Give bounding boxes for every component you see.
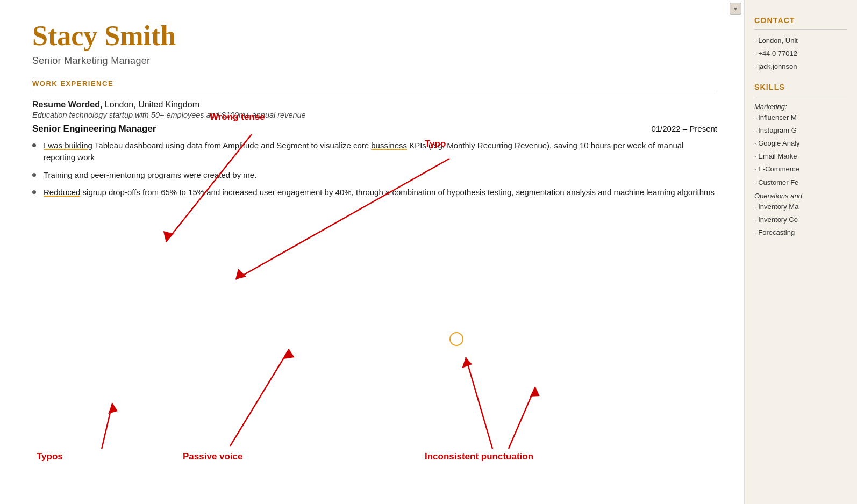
company-name: Resume Worded, bbox=[32, 100, 102, 109]
work-experience-header: WORK EXPERIENCE bbox=[32, 80, 717, 88]
skill-inventory-control: · Inventory Co bbox=[754, 215, 847, 225]
skill-influencer: · Influencer M bbox=[754, 113, 847, 123]
arrows-svg bbox=[0, 0, 744, 504]
typo-redduced: Redduced bbox=[44, 188, 80, 197]
scrollbar-dropdown[interactable]: ▼ bbox=[730, 3, 741, 15]
company-rest: London, United Kingdom bbox=[102, 100, 199, 109]
skill-forecasting: · Forecasting bbox=[754, 228, 847, 237]
contact-email: · jack.johnson bbox=[754, 62, 847, 71]
bullet-text-3: Redduced signup drop-offs from 65% to 15… bbox=[44, 186, 715, 199]
skills-operations-category: Operations and bbox=[754, 192, 847, 200]
resume-main: ▼ Stacy Smith Senior Marketing Manager W… bbox=[0, 0, 744, 504]
bullet-item-3: Redduced signup drop-offs from 65% to 15… bbox=[32, 186, 717, 199]
job-title-row: Senior Engineering Manager 01/2022 – Pre… bbox=[32, 124, 717, 134]
bullet-item-2: Training and peer-mentoring programs wer… bbox=[32, 169, 717, 182]
annotations-layer: Wrong tense Typo Typos Passive voice Inc… bbox=[0, 0, 744, 504]
skill-instagram: · Instagram G bbox=[754, 126, 847, 135]
work-experience-section: WORK EXPERIENCE Resume Worded, London, U… bbox=[32, 80, 717, 199]
bullet-item-1: I was building Tableau dashboard using d… bbox=[32, 140, 717, 164]
skill-ecommerce: · E-Commerce bbox=[754, 164, 847, 174]
bullet-dot-1 bbox=[32, 143, 36, 147]
contact-email-text: · jack.johnson bbox=[754, 62, 797, 71]
typo-bussiness: bussiness bbox=[371, 141, 407, 150]
work-experience-divider bbox=[32, 91, 717, 91]
company-description: Education technology startup with 50+ em… bbox=[32, 111, 717, 119]
contact-header: CONTACT bbox=[754, 16, 847, 25]
dropdown-icon: ▼ bbox=[733, 6, 738, 12]
resume-sidebar: CONTACT · London, Unit · +44 0 77012 · j… bbox=[744, 0, 857, 504]
bullet-1-mid: Tableau dashboard using data from Amplit… bbox=[95, 141, 371, 150]
annotation-inconsistent-punctuation: Inconsistent punctuation bbox=[425, 451, 533, 462]
skill-email-marketing: · Email Marke bbox=[754, 152, 847, 161]
svg-line-6 bbox=[102, 403, 112, 449]
skills-marketing-category: Marketing: bbox=[754, 103, 847, 111]
passive-voice-text: Training and peer-mentoring programs wer… bbox=[44, 170, 254, 179]
skill-google-analytics: · Google Analy bbox=[754, 139, 847, 148]
contact-location-text: · London, Unit bbox=[754, 36, 798, 46]
wrong-tense-text: I was building bbox=[44, 141, 92, 150]
candidate-name: Stacy Smith bbox=[32, 21, 717, 51]
contact-phone: · +44 0 77012 bbox=[754, 49, 847, 59]
contact-divider bbox=[754, 29, 847, 30]
contact-location: · London, Unit bbox=[754, 36, 847, 46]
svg-line-4 bbox=[230, 349, 289, 446]
bullet-dot-3 bbox=[32, 190, 36, 194]
svg-marker-3 bbox=[235, 269, 246, 279]
svg-marker-9 bbox=[462, 357, 472, 368]
circle-period-placeholder: . bbox=[254, 170, 256, 179]
skill-inventory-mgmt: · Inventory Ma bbox=[754, 202, 847, 212]
svg-line-8 bbox=[466, 357, 492, 449]
svg-marker-7 bbox=[108, 403, 118, 414]
annotation-typos-bottom: Typos bbox=[37, 451, 63, 462]
skills-header: SKILLS bbox=[754, 83, 847, 91]
bullet-dot-2 bbox=[32, 173, 36, 177]
company-line: Resume Worded, London, United Kingdom bbox=[32, 100, 717, 110]
svg-marker-5 bbox=[284, 349, 295, 359]
skills-divider bbox=[754, 96, 847, 96]
orange-circle-period bbox=[449, 332, 463, 346]
contact-phone-text: · +44 0 77012 bbox=[754, 49, 797, 59]
bullet-list: I was building Tableau dashboard using d… bbox=[32, 140, 717, 199]
annotation-passive-voice: Passive voice bbox=[183, 451, 243, 462]
bullet-3-rest: signup drop-offs from 65% to 15% and inc… bbox=[83, 188, 715, 197]
candidate-title: Senior Marketing Manager bbox=[32, 55, 717, 67]
svg-line-10 bbox=[509, 387, 535, 449]
skill-customer-feedback: · Customer Fe bbox=[754, 178, 847, 188]
job-title: Senior Engineering Manager bbox=[32, 124, 156, 134]
svg-marker-11 bbox=[530, 387, 540, 397]
job-dates: 01/2022 – Present bbox=[651, 124, 717, 133]
bullet-text-2: Training and peer-mentoring programs wer… bbox=[44, 169, 256, 182]
svg-marker-1 bbox=[163, 231, 174, 242]
bullet-text-1: I was building Tableau dashboard using d… bbox=[44, 140, 717, 164]
